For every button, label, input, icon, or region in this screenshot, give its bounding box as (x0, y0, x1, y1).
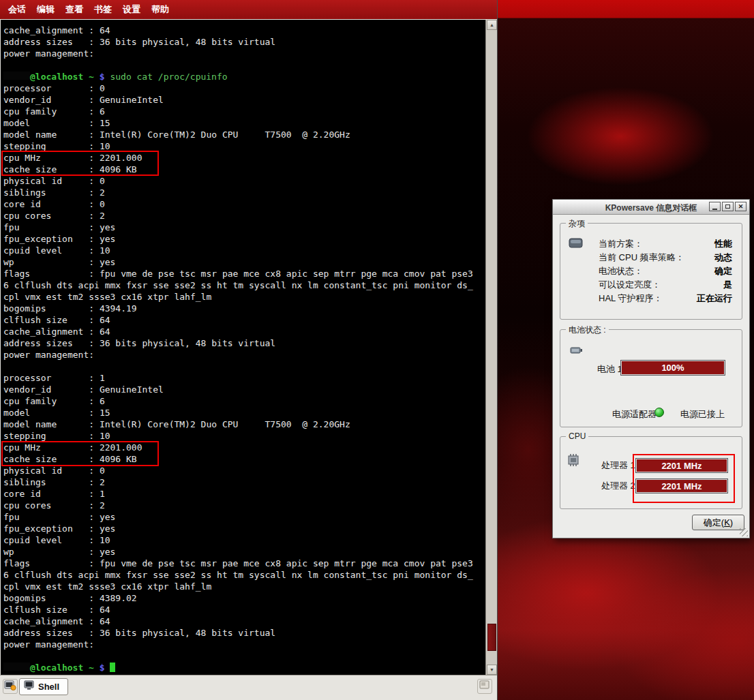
scroll-down-icon: ▼ (489, 667, 494, 672)
battery1-percent: 100% (661, 363, 684, 373)
command-text: sudo cat /proc/cpuinfo (110, 72, 227, 82)
session-list-button[interactable] (477, 679, 492, 694)
tab-shell[interactable]: Shell (19, 678, 68, 695)
battery-state-label: 电池状态： (599, 265, 643, 277)
maximize-button[interactable] (722, 202, 734, 211)
prompt-host: @localhost ~ (30, 72, 94, 82)
scrollbar-thumb[interactable] (487, 624, 496, 651)
minimize-icon (712, 209, 717, 210)
brightness-value: 是 (723, 279, 732, 291)
battery-icon (570, 345, 584, 358)
misc-row-hal: HAL 守护程序： 正在运行 (599, 292, 732, 305)
group-battery: 电池状态 : 电池 1 100% 电源适配器 电源已接上 (560, 329, 742, 427)
scheme-label: 当前方案： (599, 238, 643, 250)
close-icon: ✕ (738, 204, 744, 210)
battery1-label: 电池 1 (597, 363, 622, 376)
new-session-icon (4, 679, 16, 694)
processor2-freq: 2201 MHz (661, 481, 702, 491)
new-session-button[interactable] (3, 679, 18, 694)
cpu-policy-label: 当前 CPU 频率策略： (599, 252, 684, 264)
processor1-freq-badge: 2201 MHz (635, 458, 728, 473)
minimize-button[interactable] (709, 202, 721, 211)
misc-row-cpu-policy: 当前 CPU 频率策略： 动态 (599, 251, 732, 264)
session-list-icon (479, 680, 490, 693)
scroll-up-icon: ▲ (489, 22, 494, 27)
tab-shell-label: Shell (38, 682, 59, 692)
prompt-line-1: @localhost ~ $ sudo cat /proc/cpuinfo (3, 71, 228, 82)
group-misc: 杂项 当前方案： 性能 当前 CPU 频率策略： 动态 电池状态： 确定 可以设… (560, 223, 742, 320)
cpu-policy-value: 动态 (714, 252, 732, 264)
menu-settings[interactable]: 设置 (123, 3, 140, 16)
prompt-host: @localhost ~ (30, 663, 94, 673)
kpowersave-dialog: KPowersave 信息对话框 ✕ 杂项 当前方案： 性能 当前 CPU 频率… (552, 199, 750, 538)
processor1-freq: 2201 MHz (661, 461, 702, 471)
cpuinfo-output: processor : 0 vendor_id : GenuineIntel c… (3, 82, 473, 650)
adapter-label: 电源适配器 (612, 408, 657, 421)
prompt-symbol: $ (94, 663, 110, 673)
terminal-screen[interactable]: cache_alignment : 64 address sizes : 36 … (1, 20, 485, 675)
shell-terminal-icon (24, 680, 35, 693)
processor2-label: 处理器 2 (601, 478, 635, 493)
group-battery-title: 电池状态 : (566, 324, 609, 336)
terminal-scrollbar[interactable]: ▲ ▼ (485, 20, 497, 675)
menu-bookmarks[interactable]: 书签 (94, 3, 112, 16)
hal-value: 正在运行 (697, 292, 732, 305)
menu-view[interactable]: 查看 (65, 3, 83, 16)
scroll-up-button[interactable]: ▲ (487, 20, 497, 30)
power-led (654, 408, 664, 417)
scroll-down-button[interactable]: ▼ (487, 665, 497, 675)
battery1-progress-bar: 100% (620, 360, 725, 376)
misc-row-scheme: 当前方案： 性能 (599, 237, 732, 251)
ok-button-label: 确定(K) (704, 517, 733, 529)
group-cpu: CPU 处理器 1 2201 MHz 处理器 2 2201 MHz (560, 436, 742, 509)
cpu-icon (566, 453, 581, 470)
terminal-cursor (110, 663, 115, 672)
misc-icon (569, 237, 584, 252)
group-misc-title: 杂项 (566, 218, 588, 230)
menu-help[interactable]: 帮助 (151, 3, 169, 16)
menu-session[interactable]: 会话 (8, 3, 26, 16)
window-controls: ✕ (709, 202, 747, 211)
dialog-titlebar[interactable]: KPowersave 信息对话框 ✕ (553, 200, 749, 215)
maximize-icon (725, 204, 730, 209)
hal-label: HAL 守护程序： (599, 292, 662, 305)
censored-username (3, 663, 30, 671)
censored-username (3, 72, 30, 80)
adapter-status: 电源已接上 (680, 408, 725, 421)
ok-button[interactable]: 确定(K) (692, 515, 744, 530)
resize-grip[interactable] (740, 528, 748, 536)
processor2-freq-badge: 2201 MHz (635, 478, 728, 493)
misc-row-brightness: 可以设定亮度： 是 (599, 278, 732, 292)
session-tab-bar: Shell (0, 675, 497, 700)
misc-row-battery-state: 电池状态： 确定 (599, 264, 732, 278)
prompt-symbol: $ (94, 72, 110, 82)
close-button[interactable]: ✕ (735, 202, 747, 211)
menu-edit[interactable]: 编辑 (37, 3, 55, 16)
prompt-line-2: @localhost ~ $ (3, 662, 115, 673)
scheme-value: 性能 (714, 238, 732, 250)
terminal-scrollback-tail: cache_alignment : 64 address sizes : 36 … (3, 25, 275, 59)
processor1-label: 处理器 1 (601, 458, 635, 473)
battery-state-value: 确定 (714, 265, 732, 277)
group-cpu-title: CPU (566, 431, 588, 441)
brightness-label: 可以设定亮度： (599, 279, 661, 291)
menu-bar: 会话 编辑 查看 书签 设置 帮助 (0, 0, 497, 19)
terminal-window: 会话 编辑 查看 书签 设置 帮助 cache_alignment : 64 a… (0, 0, 498, 700)
